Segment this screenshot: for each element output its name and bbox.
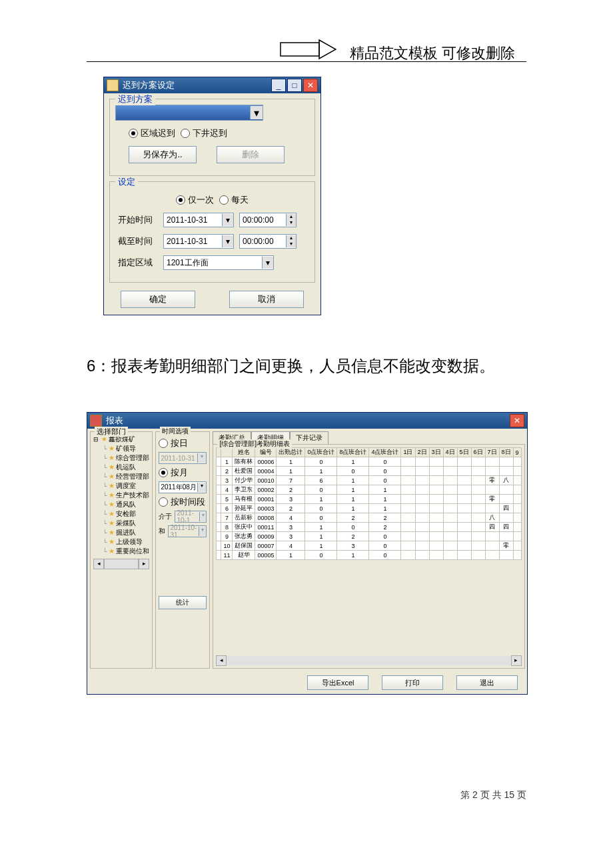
column-header[interactable]: 2日 — [415, 448, 429, 457]
table-panel: [综合管理部]考勤明细表 姓名编号出勤总计0点班合计8点班合计4点班合计1日2日… — [213, 444, 524, 669]
scroll-left-icon[interactable]: ◂ — [216, 655, 227, 666]
zone-combo[interactable]: 1201工作面▾ — [163, 255, 274, 270]
star-icon: ★ — [109, 491, 115, 500]
radio-by-day[interactable]: 按日 — [159, 437, 188, 449]
tree-item[interactable]: ★通风队 — [93, 500, 149, 509]
radio-daily[interactable]: 每天 — [219, 194, 249, 206]
tree-item[interactable]: ★机运队 — [93, 463, 149, 472]
column-header[interactable]: 9 — [513, 448, 521, 457]
tree-item[interactable]: ★掘进队 — [93, 528, 149, 537]
table-row[interactable]: 11赵华000051010 — [217, 551, 521, 560]
table-row[interactable]: 3付少华000107610零八 — [217, 476, 521, 485]
column-header[interactable]: 1日 — [401, 448, 415, 457]
start-date-combo[interactable]: 2011-10-31▾ — [163, 213, 234, 227]
radio-area-late[interactable]: 区域迟到 — [129, 127, 175, 139]
table-row[interactable]: 1陈有林000061010 — [217, 457, 521, 467]
star-icon: ★ — [109, 481, 115, 491]
horizontal-scrollbar[interactable]: ◂▸ — [216, 656, 521, 665]
late-plan-group: 迟到方案 ▾ 区域迟到 下井迟到 另保存为.. 删除 — [109, 99, 315, 176]
day-combo: 2011-10-31▾ — [159, 452, 207, 464]
chevron-down-icon[interactable]: ▾ — [197, 483, 206, 492]
save-as-button[interactable]: 另保存为.. — [129, 146, 197, 163]
cancel-button[interactable]: 取消 — [229, 291, 304, 308]
radio-by-month[interactable]: 按月 — [159, 467, 188, 479]
table-row[interactable]: 4李卫东000022011 — [217, 485, 521, 495]
spin-down-icon[interactable]: ▾ — [286, 220, 296, 226]
table-row[interactable]: 5马有根000013111零 — [217, 495, 521, 504]
table-row[interactable]: 7岳新标000084022八 — [217, 513, 521, 523]
titlebar[interactable]: 迟到方案设定 _ □ ✕ — [104, 77, 320, 93]
group-title: 迟到方案 — [115, 93, 155, 105]
column-header[interactable]: 8点班合计 — [337, 448, 369, 457]
chevron-down-icon: ▾ — [199, 512, 206, 521]
column-header[interactable]: 出勤总计 — [277, 448, 305, 457]
header-text: 精品范文模板 可修改删除 — [350, 43, 515, 63]
column-header[interactable]: 0点班合计 — [305, 448, 337, 457]
attendance-grid[interactable]: 姓名编号出勤总计0点班合计8点班合计4点班合计1日2日3日4日5日6日7日8日9… — [216, 447, 521, 560]
tree-item[interactable]: ★经营管理部 — [93, 472, 149, 481]
chevron-down-icon: ▾ — [197, 453, 206, 463]
spin-down-icon[interactable]: ▾ — [286, 241, 296, 247]
column-header[interactable] — [217, 448, 221, 457]
tree-item[interactable]: ★安检部 — [93, 509, 149, 519]
titlebar[interactable]: 报表 ✕ — [87, 413, 527, 429]
scroll-right-icon[interactable]: ▸ — [139, 559, 149, 569]
radio-by-range[interactable]: 按时间段 — [159, 496, 205, 508]
exit-button[interactable]: 退出 — [456, 675, 518, 690]
print-button[interactable]: 打印 — [382, 675, 443, 690]
chevron-down-icon[interactable]: ▾ — [250, 106, 263, 119]
chevron-down-icon[interactable]: ▾ — [262, 257, 273, 269]
column-header[interactable]: 3日 — [429, 448, 443, 457]
tree-item[interactable]: ★采煤队 — [93, 519, 149, 528]
column-header[interactable]: 4点班合计 — [369, 448, 401, 457]
tree-item[interactable]: ★上级领导 — [93, 537, 149, 547]
department-tree[interactable]: ★鑫欲煤矿★矿领导★综合管理部★机运队★经营管理部★调度室★生产技术部★通风队★… — [93, 435, 149, 556]
column-header[interactable] — [221, 448, 233, 457]
plan-combo[interactable]: ▾ — [115, 105, 263, 121]
column-header[interactable]: 8日 — [499, 448, 513, 457]
tree-item[interactable]: ★调度室 — [93, 481, 149, 491]
scroll-left-icon[interactable]: ◂ — [93, 559, 104, 569]
radio-once[interactable]: 仅一次 — [176, 194, 214, 206]
column-header[interactable]: 5日 — [457, 448, 471, 457]
table-title: [综合管理部]考勤明细表 — [217, 439, 292, 449]
start-time-spinner[interactable]: 00:00:00▴▾ — [239, 213, 297, 227]
tree-item[interactable]: ★生产技术部 — [93, 491, 149, 500]
tree-item[interactable]: ★综合管理部 — [93, 453, 149, 463]
column-header[interactable]: 7日 — [485, 448, 499, 457]
minimize-button[interactable]: _ — [271, 79, 286, 92]
scroll-right-icon[interactable]: ▸ — [511, 655, 522, 666]
stat-button[interactable]: 统计 — [159, 596, 207, 609]
column-header[interactable]: 姓名 — [233, 448, 255, 457]
table-row[interactable]: 8张庆中000113102四四 — [217, 523, 521, 532]
close-button[interactable]: ✕ — [510, 414, 524, 427]
end-time-spinner[interactable]: 00:00:00▴▾ — [239, 234, 297, 249]
column-header[interactable]: 6日 — [471, 448, 485, 457]
ok-button[interactable]: 确定 — [121, 291, 195, 308]
export-excel-button[interactable]: 导出Excel — [307, 675, 368, 690]
column-header[interactable]: 4日 — [443, 448, 457, 457]
tab[interactable]: 下井记录 — [290, 431, 328, 444]
range-to-combo: 2011-10-31▾ — [168, 525, 207, 537]
chevron-down-icon[interactable]: ▾ — [222, 214, 233, 226]
close-button[interactable]: ✕ — [303, 79, 318, 92]
table-row[interactable]: 6孙延平000032011四 — [217, 504, 521, 513]
radio-down-late[interactable]: 下井迟到 — [181, 127, 227, 139]
month-combo[interactable]: 2011年08月▾ — [159, 481, 207, 493]
maximize-button[interactable]: □ — [287, 79, 302, 92]
start-time-label: 开始时间 — [118, 214, 158, 226]
chevron-down-icon[interactable]: ▾ — [222, 235, 233, 247]
column-header[interactable]: 编号 — [255, 448, 277, 457]
table-row[interactable]: 9张志勇000093120 — [217, 532, 521, 541]
star-icon: ★ — [109, 528, 115, 537]
star-icon: ★ — [109, 453, 115, 463]
tree-item[interactable]: ★重要岗位和 — [93, 547, 149, 556]
table-row[interactable]: 10赵保国000074130零 — [217, 541, 521, 551]
end-date-combo[interactable]: 2011-10-31▾ — [163, 234, 234, 249]
star-icon: ★ — [109, 537, 115, 547]
delete-button: 删除 — [217, 146, 285, 163]
window-title: 报表 — [106, 415, 123, 427]
star-icon: ★ — [109, 509, 115, 519]
table-row[interactable]: 2杜爱国000041100 — [217, 467, 521, 476]
tree-item[interactable]: ★矿领导 — [93, 444, 149, 453]
